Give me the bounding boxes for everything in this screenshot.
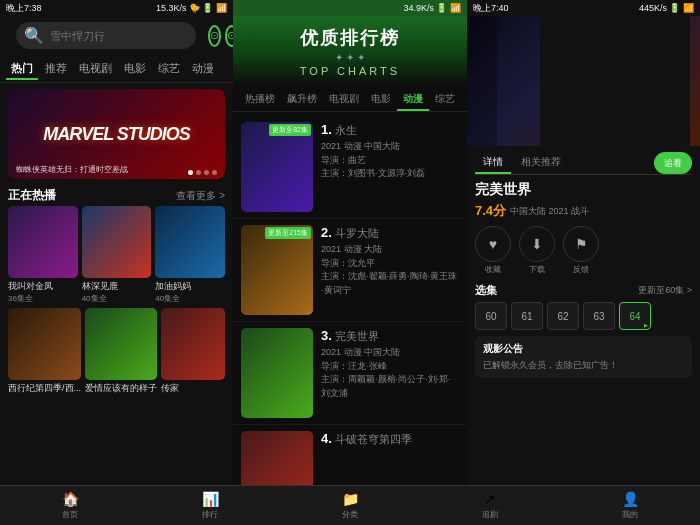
feedback-icon: ⚑ xyxy=(563,226,599,262)
download-icon: ⬇ xyxy=(519,226,555,262)
ep-btn-61[interactable]: 61 xyxy=(511,302,543,330)
show-name-4: 爱情应该有的样子 xyxy=(85,382,157,395)
search-input-left[interactable] xyxy=(50,30,188,42)
show-title: 完美世界 xyxy=(475,181,692,199)
chart-title-cn: 优质排行榜 xyxy=(241,26,459,50)
nav-profile-right[interactable]: 👤 我的 xyxy=(560,491,700,520)
tab-detail[interactable]: 详情 xyxy=(475,152,511,174)
chart-meta-1c: 主演：刘图书·文源淳·刘磊 xyxy=(321,167,459,181)
hero-dots xyxy=(188,170,217,175)
chart-meta-3b: 导演：汪龙·张峰 xyxy=(321,360,459,374)
notice-title: 观影公告 xyxy=(483,342,684,356)
profile-icon-right: 👤 xyxy=(622,491,639,507)
stats-mid: 34.9K/s 🔋 📶 xyxy=(403,3,461,13)
chart-item-1[interactable]: 更新至82集 1. 永生 2021 动漫 中国大陆 导演：曲艺 主演：刘图书·文… xyxy=(233,116,467,219)
chart-rank-1: 1. 永生 xyxy=(321,122,459,138)
show-thumb-0 xyxy=(8,206,78,278)
sub-tab-trending[interactable]: 热播榜 xyxy=(239,89,281,111)
hero-area-right: ‹ xyxy=(467,16,700,146)
nav-track-right[interactable]: ↗ 追剧 xyxy=(467,491,560,520)
tab-recommend[interactable]: 推荐 xyxy=(40,59,72,80)
chart-rank-2: 2. 斗罗大陆 xyxy=(321,225,459,241)
sub-tab-anime[interactable]: 动漫 xyxy=(397,89,429,111)
chart-meta-3c: 主演：周颖颖·颜榕·尚公子·刘·郑·刘文浦 xyxy=(321,373,459,400)
stats-left: 15.3K/s 🐤 🔋 📶 xyxy=(156,3,227,13)
track-icon-right: ↗ xyxy=(484,491,496,507)
ep-btn-60[interactable]: 60 xyxy=(475,302,507,330)
show-name-2: 加油妈妈 xyxy=(155,280,225,293)
hero-character xyxy=(540,16,690,146)
show-thumb-2 xyxy=(155,206,225,278)
chart-item-2[interactable]: 更新至215集 2. 斗罗大陆 2021 动漫 大陆 导演：沈允平 主演：沈彪·… xyxy=(233,219,467,322)
show-grid-1: 我叫对金凤 36集全 林深见鹿 40集全 加油妈妈 40集全 xyxy=(0,206,233,304)
episode-header: 选集 更新至60集 > xyxy=(475,283,692,298)
tab-variety[interactable]: 综艺 xyxy=(153,59,185,80)
chart-info-3: 3. 完美世界 2021 动漫 中国大陆 导演：汪龙·张峰 主演：周颖颖·颜榕·… xyxy=(321,328,459,400)
ep-btn-63[interactable]: 63 xyxy=(583,302,615,330)
tab-hot[interactable]: 热门 xyxy=(6,59,38,80)
chart-meta-3a: 2021 动漫 中国大陆 xyxy=(321,346,459,360)
tab-anime[interactable]: 动漫 xyxy=(187,59,219,80)
show-name-0: 我叫对金凤 xyxy=(8,280,78,293)
follow-button[interactable]: 追看 xyxy=(654,152,692,174)
chart-thumb-1: 更新至82集 xyxy=(241,122,313,212)
rating-score: 7.4分 xyxy=(475,202,506,220)
stats-right: 445K/s 🔋 📶 xyxy=(639,3,694,13)
section-header-playing: 正在热播 查看更多 > xyxy=(0,183,233,206)
ep-btn-62[interactable]: 62 xyxy=(547,302,579,330)
show-item-2[interactable]: 加油妈妈 40集全 xyxy=(155,206,225,304)
time-right: 晚上7:40 xyxy=(473,2,509,15)
chart-info-4: 4. 斗破苍穹第四季 xyxy=(321,431,459,449)
status-bar-mid: 34.9K/s 🔋 📶 xyxy=(233,0,467,16)
show-rating-row: 7.4分 中国大陆 2021 战斗 xyxy=(475,202,692,220)
action-icon-2[interactable]: ⊙ xyxy=(225,25,233,47)
show-ep-1: 40集全 xyxy=(82,293,152,304)
show-item-4[interactable]: 爱情应该有的样子 xyxy=(85,308,157,395)
back-button[interactable]: ‹ xyxy=(467,16,497,146)
nav-track-label-right: 追剧 xyxy=(482,509,498,520)
show-thumb-1 xyxy=(82,206,152,278)
ep-btn-64[interactable]: 64 xyxy=(619,302,651,330)
action-favorite[interactable]: ♥ 收藏 xyxy=(475,226,511,275)
hero-subtitle: 蜘蛛侠英雄无归：打通时空差战 xyxy=(16,164,128,175)
tab-movie[interactable]: 电影 xyxy=(119,59,151,80)
sub-tab-variety[interactable]: 综艺 xyxy=(429,89,461,111)
detail-tabs: 详情 相关推荐 追看 xyxy=(475,152,692,175)
show-item-5[interactable]: 传家 xyxy=(161,308,225,395)
action-download[interactable]: ⬇ 下载 xyxy=(519,226,555,275)
show-item-1[interactable]: 林深见鹿 40集全 xyxy=(82,206,152,304)
action-feedback[interactable]: ⚑ 反馈 xyxy=(563,226,599,275)
chart-item-4[interactable]: 4. 斗破苍穹第四季 xyxy=(233,425,467,485)
hero-deco: ✦ ✦ ✦ xyxy=(241,52,459,63)
favorite-icon: ♥ xyxy=(475,226,511,262)
show-thumb-3 xyxy=(8,308,81,380)
show-item-0[interactable]: 我叫对金凤 36集全 xyxy=(8,206,78,304)
episode-section: 选集 更新至60集 > 60 61 62 63 64 xyxy=(475,283,692,330)
tab-tv[interactable]: 电视剧 xyxy=(74,59,117,80)
sub-tab-movie[interactable]: 电影 xyxy=(365,89,397,111)
hero-banner-left[interactable]: MARVEL STUDIOS 蜘蛛侠英雄无归：打通时空差战 xyxy=(8,89,225,179)
section-title-playing: 正在热播 xyxy=(8,187,56,204)
show-ep-0: 36集全 xyxy=(8,293,78,304)
chart-item-3[interactable]: 3. 完美世界 2021 动漫 中国大陆 导演：汪龙·张峰 主演：周颖颖·颜榕·… xyxy=(233,322,467,425)
tab-related[interactable]: 相关推荐 xyxy=(513,152,569,174)
sub-tab-tv[interactable]: 电视剧 xyxy=(323,89,365,111)
detail-section: 详情 相关推荐 追看 完美世界 7.4分 中国大陆 2021 战斗 ♥ 收藏 ⬇… xyxy=(467,146,700,525)
chart-info-2: 2. 斗罗大陆 2021 动漫 大陆 导演：沈允平 主演：沈彪·翟颖·薛勇·陶琦… xyxy=(321,225,459,297)
show-name-3: 西行纪第四季/西... xyxy=(8,382,81,395)
show-name-1: 林深见鹿 xyxy=(82,280,152,293)
chart-badge-1: 更新至82集 xyxy=(269,124,311,136)
action-icon-1[interactable]: ⊙ xyxy=(208,25,221,47)
show-item-3[interactable]: 西行纪第四季/西... xyxy=(8,308,81,395)
search-icon-left: 🔍 xyxy=(24,26,44,45)
search-bar-left[interactable]: 🔍 xyxy=(16,22,196,49)
panel-left: 晚上7:38 15.3K/s 🐤 🔋 📶 🔍 ⊙ ⊙ 热门 推荐 电视剧 电影 … xyxy=(0,0,233,525)
sub-tab-rising[interactable]: 飙升榜 xyxy=(281,89,323,111)
episode-grid: 60 61 62 63 64 xyxy=(475,302,692,330)
favorite-label: 收藏 xyxy=(485,264,501,275)
section-more-playing[interactable]: 查看更多 > xyxy=(176,189,225,203)
episodes-more[interactable]: 更新至60集 > xyxy=(638,284,692,297)
status-bar-left: 晚上7:38 15.3K/s 🐤 🔋 📶 xyxy=(0,0,233,16)
chart-rank-3: 3. 完美世界 xyxy=(321,328,459,344)
notice-section: 观影公告 已解锁永久会员，去除已知广告！ xyxy=(475,336,692,378)
